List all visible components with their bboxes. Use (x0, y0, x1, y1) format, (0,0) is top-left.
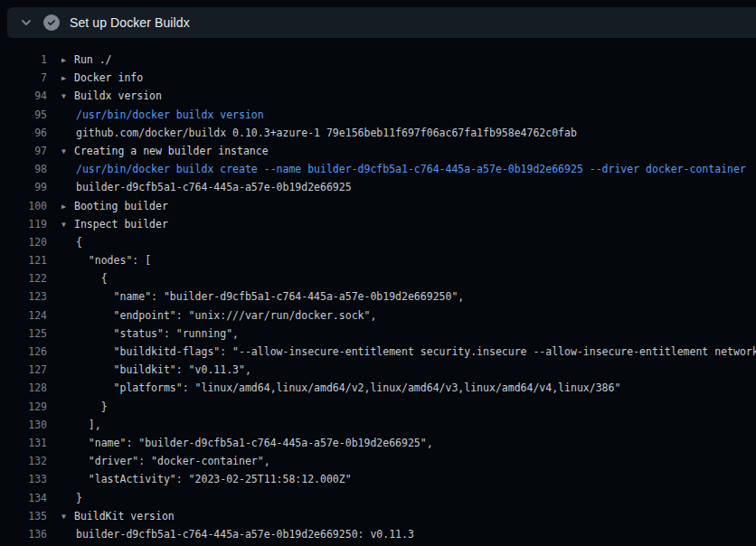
line-number[interactable]: 100 (0, 197, 47, 215)
disclosure-expanded-icon[interactable]: ▼ (61, 216, 74, 234)
log-line-content: } (61, 398, 108, 416)
disclosure-collapsed-icon[interactable]: ▶ (61, 52, 74, 70)
log-output-text: "platforms": "linux/amd64,linux/amd64/v2… (76, 381, 620, 394)
disclosure-expanded-icon[interactable]: ▼ (61, 88, 74, 106)
line-number[interactable]: 119 (0, 215, 47, 233)
log-group-row[interactable]: 100▶Booting builder (0, 197, 756, 215)
log-output-text: "name": "builder-d9cfb5a1-c764-445a-a57e… (76, 437, 433, 449)
log-group-title[interactable]: Docker info (74, 71, 143, 84)
log-line-row: 95/usr/bin/docker buildx version (0, 106, 756, 124)
log-output-text: "driver": "docker-container", (76, 455, 270, 467)
log-line-content: "endpoint": "unix:///var/run/docker.sock… (61, 306, 376, 325)
log-line-content: ▶Docker info (61, 69, 143, 87)
log-group-title[interactable]: BuildKit version (74, 510, 175, 522)
log-line-row: 133 "lastActivity": "2023-02-25T11:58:12… (0, 470, 756, 488)
log-line-row: 131 "name": "builder-d9cfb5a1-c764-445a-… (0, 434, 756, 452)
log-group-title[interactable]: Buildx version (74, 89, 162, 102)
log-output-text: } (76, 400, 108, 413)
log-line-row: 128 "platforms": "linux/amd64,linux/amd6… (0, 379, 756, 397)
log-output-text: "endpoint": "unix:///var/run/docker.sock… (76, 309, 376, 322)
log-group-title[interactable]: Inspect builder (74, 218, 168, 231)
line-number[interactable]: 134 (0, 489, 47, 507)
log-line-content: "lastActivity": "2023-02-25T11:58:12.000… (61, 470, 352, 488)
log-command-text: /usr/bin/docker buildx create --name bui… (76, 163, 746, 175)
log-group-title[interactable]: Run ./ (74, 53, 112, 66)
log-lines: 1▶Run ./7▶Docker info94▼Buildx version95… (0, 38, 756, 546)
line-number[interactable]: 1 (0, 51, 47, 69)
log-line-content: ], (61, 416, 101, 434)
disclosure-expanded-icon[interactable]: ▼ (61, 508, 74, 526)
log-line-content: "name": "builder-d9cfb5a1-c764-445a-a57e… (61, 434, 433, 452)
line-number[interactable]: 135 (0, 507, 47, 525)
log-line-content: /usr/bin/docker buildx create --name bui… (61, 160, 746, 178)
line-number[interactable]: 7 (0, 69, 47, 87)
line-number[interactable]: 136 (0, 525, 47, 543)
line-number[interactable]: 94 (0, 87, 47, 105)
log-line-content: { (61, 233, 82, 251)
log-line-content: "name": "builder-d9cfb5a1-c764-445a-a57e… (61, 287, 464, 306)
log-group-row[interactable]: 135▼BuildKit version (0, 507, 756, 525)
log-output-text: builder-d9cfb5a1-c764-445a-a57e-0b19d2e6… (76, 181, 352, 193)
log-line-content: ▼Creating a new builder instance (61, 142, 269, 160)
check-circle-icon (43, 14, 60, 31)
line-number[interactable]: 129 (0, 398, 47, 416)
log-output-text: "status": "running", (76, 327, 239, 340)
line-number[interactable]: 126 (0, 343, 47, 361)
log-line-row: 130 ], (0, 416, 756, 434)
log-group-row[interactable]: 1▶Run ./ (0, 51, 756, 69)
disclosure-collapsed-icon[interactable]: ▶ (61, 70, 74, 88)
log-line-content: "driver": "docker-container", (61, 452, 270, 470)
log-group-row[interactable]: 94▼Buildx version (0, 87, 756, 105)
line-number[interactable]: 130 (0, 416, 47, 434)
log-line-row: 132 "driver": "docker-container", (0, 452, 756, 470)
log-group-row[interactable]: 119▼Inspect builder (0, 215, 756, 233)
log-line-row: 126 "buildkitd-flags": "--allow-insecure… (0, 343, 756, 361)
workflow-log-viewer: Set up Docker Buildx 1▶Run ./7▶Docker in… (0, 0, 756, 546)
chevron-down-icon[interactable] (20, 16, 33, 29)
line-number[interactable]: 95 (0, 106, 47, 124)
line-number[interactable]: 120 (0, 233, 47, 251)
line-number[interactable]: 96 (0, 124, 47, 142)
disclosure-expanded-icon[interactable]: ▼ (61, 143, 74, 161)
log-line-row: 127 "buildkit": "v0.11.3", (0, 361, 756, 379)
line-number[interactable]: 123 (0, 287, 47, 306)
log-output-text: "buildkitd-flags": "--allow-insecure-ent… (76, 345, 756, 358)
log-line-row: 121 "nodes": [ (0, 251, 756, 269)
log-output-text: "nodes": [ (76, 254, 151, 267)
log-line-content: /usr/bin/docker buildx version (61, 106, 264, 124)
log-line-row: 98/usr/bin/docker buildx create --name b… (0, 160, 756, 178)
log-output-text: builder-d9cfb5a1-c764-445a-a57e-0b19d2e6… (76, 528, 414, 541)
line-number[interactable]: 99 (0, 178, 47, 196)
log-line-content: ▼Inspect builder (61, 215, 168, 233)
log-output-text: { (76, 272, 108, 285)
log-output-text: "buildkit": "v0.11.3", (76, 363, 251, 376)
line-number[interactable]: 122 (0, 269, 47, 287)
log-group-row[interactable]: 97▼Creating a new builder instance (0, 142, 756, 160)
line-number[interactable]: 121 (0, 251, 47, 269)
step-header[interactable]: Set up Docker Buildx (7, 7, 756, 38)
line-number[interactable]: 131 (0, 434, 47, 452)
log-line-content: ▶Run ./ (61, 51, 112, 69)
line-number[interactable]: 133 (0, 470, 47, 488)
disclosure-collapsed-icon[interactable]: ▶ (61, 198, 74, 216)
log-output-text: ], (76, 419, 101, 431)
line-number[interactable]: 97 (0, 142, 47, 160)
line-number[interactable]: 125 (0, 325, 47, 343)
line-number[interactable]: 98 (0, 160, 47, 178)
log-line-row: 129 } (0, 398, 756, 416)
line-number[interactable]: 128 (0, 379, 47, 397)
step-title: Set up Docker Buildx (70, 15, 190, 30)
log-line-content: "buildkitd-flags": "--allow-insecure-ent… (61, 343, 756, 361)
log-line-content: "nodes": [ (61, 251, 151, 269)
log-line-content: builder-d9cfb5a1-c764-445a-a57e-0b19d2e6… (61, 525, 414, 543)
line-number[interactable]: 127 (0, 361, 47, 379)
line-number[interactable]: 124 (0, 306, 47, 325)
log-group-title[interactable]: Booting builder (74, 200, 168, 212)
line-number[interactable]: 132 (0, 452, 47, 470)
log-line-content: builder-d9cfb5a1-c764-445a-a57e-0b19d2e6… (61, 178, 352, 196)
log-line-row: 125 "status": "running", (0, 325, 756, 343)
log-line-content: ▼BuildKit version (61, 507, 175, 525)
log-line-content: ▼Buildx version (61, 87, 162, 105)
log-group-title[interactable]: Creating a new builder instance (74, 145, 269, 157)
log-group-row[interactable]: 7▶Docker info (0, 69, 756, 87)
